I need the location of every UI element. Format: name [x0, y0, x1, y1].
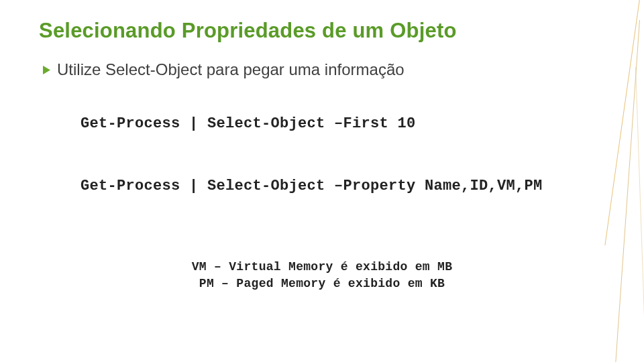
slide-container: Selecionando Propriedades de um Objeto U…	[0, 0, 644, 362]
decorative-accent-lines	[628, 0, 644, 362]
slide-title: Selecionando Propriedades de um Objeto	[39, 19, 605, 43]
code-example-1: Get-Process | Select-Object –First 10	[80, 115, 605, 132]
code-example-2: Get-Process | Select-Object –Property Na…	[80, 178, 605, 194]
svg-marker-0	[43, 66, 50, 74]
footer-line-2: PM – Paged Memory é exibido em KB	[39, 276, 605, 292]
play-triangle-icon	[42, 65, 52, 75]
footer-notes: VM – Virtual Memory é exibido em MB PM –…	[39, 259, 605, 292]
bullet-text: Utilize Select-Object para pegar uma inf…	[57, 60, 405, 79]
bullet-item: Utilize Select-Object para pegar uma inf…	[42, 60, 605, 79]
footer-line-1: VM – Virtual Memory é exibido em MB	[39, 259, 605, 276]
